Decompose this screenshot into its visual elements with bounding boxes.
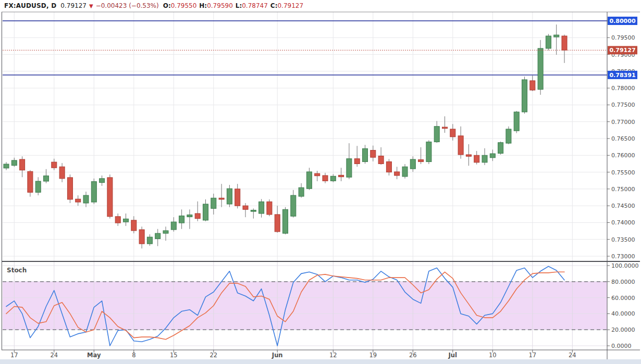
price-tick-label: 0.73500	[611, 236, 635, 243]
time-tick-label: 12	[329, 352, 337, 359]
time-tick-label: 17	[528, 352, 536, 359]
candle	[171, 222, 176, 230]
price-tick-label: 0.77500	[611, 102, 635, 108]
candle	[323, 175, 328, 181]
candle	[219, 198, 224, 199]
candle	[386, 162, 391, 172]
last-price: 0.79127	[60, 2, 87, 9]
candle	[522, 80, 527, 112]
open-value: 0.79550	[171, 2, 197, 9]
candle	[506, 129, 511, 143]
candlestick-chart[interactable]: Stoch0.800000.795000.790000.785000.78000…	[0, 0, 641, 364]
time-axis[interactable]: 1724May81522Jun121926Jul101724	[10, 350, 576, 359]
candle	[227, 189, 232, 204]
high-readout: H:0.79590	[199, 2, 232, 9]
panel-separator	[2, 261, 640, 262]
candle	[395, 172, 400, 175]
candle	[115, 217, 120, 223]
candle	[179, 216, 184, 223]
time-tick-label: 22	[209, 352, 217, 359]
candle	[147, 237, 152, 244]
candle	[59, 167, 65, 179]
candle	[514, 112, 519, 131]
close-readout: C:0.79127	[270, 2, 303, 9]
stoch-tick-label: 20.0000	[611, 327, 635, 333]
time-tick-label: May	[87, 352, 101, 359]
candle	[450, 129, 455, 137]
candle	[315, 173, 320, 176]
open-readout: O:0.79550	[163, 2, 197, 9]
high-value: 0.79590	[207, 2, 233, 9]
price-tick-label: 0.77000	[611, 119, 635, 125]
candle	[347, 159, 352, 178]
candle	[330, 176, 336, 181]
candle	[243, 206, 248, 209]
candle	[371, 150, 376, 158]
candle	[124, 219, 129, 222]
candle	[44, 176, 49, 181]
stoch-panel[interactable]: Stoch	[3, 262, 607, 350]
candle	[410, 159, 415, 169]
symbol-name[interactable]: FX:AUDUSD, D	[4, 2, 56, 9]
candle	[538, 48, 543, 90]
candle	[11, 160, 17, 166]
candle	[100, 179, 105, 183]
candle	[530, 81, 535, 90]
time-tick-label: 15	[170, 352, 178, 359]
time-tick-label: 24	[569, 352, 576, 359]
candle	[434, 127, 439, 142]
candle	[211, 198, 216, 208]
low-label: L:	[236, 2, 242, 9]
candle	[554, 35, 559, 37]
candle	[466, 155, 471, 156]
candle	[235, 189, 240, 206]
stoch-tick-label: 60.0000	[611, 295, 635, 302]
close-value: 0.79127	[277, 2, 303, 9]
stoch-tick-label: 100.0000	[611, 262, 639, 269]
main-panel[interactable]	[3, 21, 607, 248]
time-tick-label: 26	[409, 352, 417, 359]
time-tick-label: Jun	[272, 352, 283, 359]
badge-text: 0.80000	[609, 18, 635, 24]
price-tick-label: 0.78000	[611, 85, 635, 92]
candle	[546, 36, 551, 48]
price-tick-label: 0.75500	[611, 169, 635, 176]
candle	[402, 167, 408, 177]
time-tick-label: 19	[369, 352, 377, 359]
time-tick-label: 24	[50, 352, 58, 359]
price-tick-label: 0.75000	[611, 186, 635, 193]
candle	[91, 182, 96, 202]
candle	[267, 202, 272, 215]
candle	[482, 155, 487, 162]
badge-text: 0.79127	[609, 47, 635, 54]
stoch-tick-label: 80.0000	[611, 279, 635, 285]
candle	[426, 142, 432, 161]
candle	[107, 178, 113, 217]
time-tick-label: 17	[10, 352, 18, 359]
candle	[442, 127, 448, 129]
high-label: H:	[199, 2, 207, 9]
candle	[562, 36, 567, 50]
price-tick-label: 0.79500	[611, 34, 635, 41]
candle	[283, 209, 288, 233]
price-tick-label: 0.76500	[611, 135, 635, 142]
last-price-badge: 0.79127	[608, 46, 637, 54]
price-axis[interactable]: 0.800000.795000.790000.785000.780000.775…	[607, 17, 639, 349]
candle	[378, 156, 384, 164]
candle	[131, 220, 137, 231]
candle	[498, 143, 503, 154]
candle	[354, 159, 360, 164]
candles-layer	[4, 24, 567, 248]
price-tick-label: 0.74500	[611, 203, 635, 209]
candle	[35, 181, 41, 192]
candle	[76, 199, 81, 202]
candle	[418, 160, 424, 162]
candle	[4, 164, 9, 168]
candle	[490, 154, 495, 158]
grid-layer	[3, 12, 607, 261]
close-label: C:	[270, 2, 278, 9]
stoch-title: Stoch	[7, 267, 27, 274]
low-value: 0.78747	[242, 2, 268, 9]
chart-window: FX:AUDUSD, D0.79127▼−0.00423 (−0.53%)O:0…	[0, 0, 641, 364]
price-tick-label: 0.73000	[611, 253, 635, 260]
